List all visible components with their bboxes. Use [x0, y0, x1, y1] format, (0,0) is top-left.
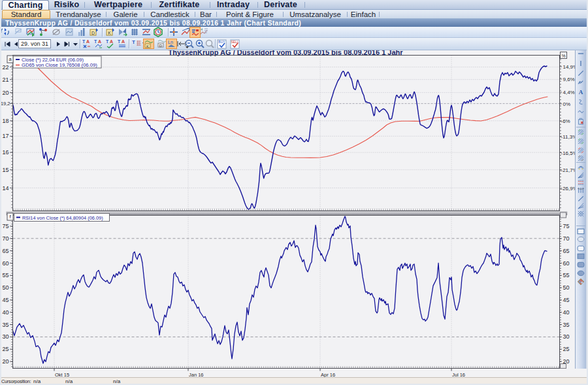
svg-text:RSI14 von Close (*) 64,80904 (: RSI14 von Close (*) 64,80904 (06.09) — [22, 215, 103, 221]
svg-text:65: 65 — [2, 248, 8, 254]
svg-text:40: 40 — [563, 309, 570, 316]
svg-text:T: T — [118, 39, 121, 44]
svg-text:65: 65 — [563, 248, 570, 254]
svg-text:16: 16 — [2, 149, 8, 156]
svg-text:17: 17 — [2, 133, 8, 139]
svg-text:35: 35 — [563, 322, 570, 328]
svg-text:55: 55 — [563, 272, 570, 278]
svg-text:75: 75 — [563, 223, 570, 229]
svg-text:K: K — [146, 44, 149, 48]
svg-text:0%: 0% — [563, 101, 571, 107]
svg-text:25: 25 — [563, 346, 570, 352]
svg-text:T: T — [132, 39, 135, 45]
svg-text:A: A — [122, 39, 125, 44]
svg-text:A: A — [579, 89, 583, 95]
svg-text:GD65 von Close 19,76508 (06.09: GD65 von Close 19,76508 (06.09) — [22, 62, 97, 68]
svg-text:14: 14 — [2, 185, 8, 192]
svg-text:Jul 16: Jul 16 — [452, 372, 465, 378]
svg-text:A: A — [110, 39, 113, 44]
svg-text:75: 75 — [2, 223, 8, 229]
svg-text:9,6%: 9,6% — [563, 76, 575, 82]
svg-text:19,2: 19,2 — [1, 101, 10, 107]
svg-text:20: 20 — [2, 358, 8, 365]
svg-text:50: 50 — [2, 284, 8, 291]
svg-text:18: 18 — [2, 118, 8, 124]
svg-text:22: 22 — [2, 64, 8, 71]
svg-text:4,4%: 4,4% — [563, 90, 575, 95]
svg-text:70: 70 — [563, 235, 570, 242]
svg-text:Ln: Ln — [168, 40, 173, 44]
svg-text:45: 45 — [563, 297, 570, 303]
svg-text:%: % — [561, 54, 565, 58]
svg-text:35: 35 — [2, 322, 8, 328]
svg-text:-6%: -6% — [561, 118, 570, 124]
svg-text:20: 20 — [2, 90, 8, 96]
svg-text:Jan 16: Jan 16 — [189, 372, 204, 378]
svg-text:21: 21 — [2, 76, 8, 83]
svg-text:60: 60 — [2, 260, 8, 267]
svg-text:25: 25 — [2, 346, 8, 352]
svg-text:50: 50 — [563, 284, 570, 291]
svg-text:D: D — [159, 44, 163, 48]
svg-text:55: 55 — [2, 272, 8, 278]
svg-text:40: 40 — [2, 309, 8, 316]
svg-text:D: D — [91, 31, 95, 35]
svg-text:T: T — [82, 39, 86, 44]
svg-text:-11,3%: -11,3% — [561, 134, 578, 140]
svg-text:T: T — [94, 39, 97, 44]
svg-text:T: T — [106, 39, 109, 44]
svg-text:Apr 16: Apr 16 — [321, 372, 335, 378]
svg-text:A: A — [98, 39, 101, 44]
svg-text:30: 30 — [563, 333, 570, 340]
svg-text:60: 60 — [563, 260, 570, 267]
svg-text:K: K — [108, 31, 111, 35]
svg-text:Okt 15: Okt 15 — [55, 372, 69, 378]
svg-text:15: 15 — [2, 167, 8, 173]
svg-text:A: A — [86, 39, 90, 44]
svg-text:45: 45 — [2, 297, 8, 303]
svg-text:30: 30 — [2, 333, 8, 340]
svg-text:70: 70 — [2, 235, 8, 242]
